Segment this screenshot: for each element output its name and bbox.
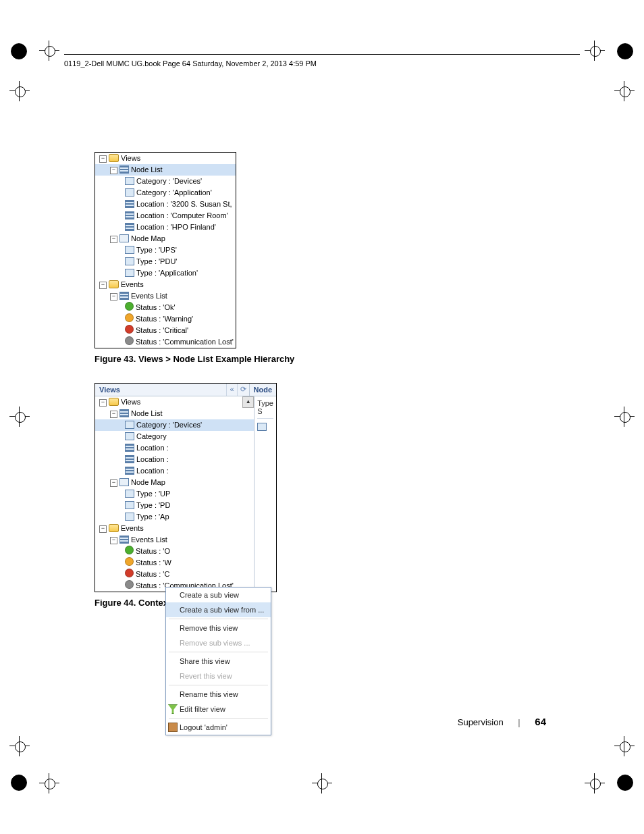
collapse-icon[interactable]: − bbox=[110, 167, 117, 174]
tree-item[interactable]: Location : bbox=[95, 442, 254, 454]
category-icon bbox=[125, 421, 134, 429]
tree-item-node-list[interactable]: −Node List bbox=[95, 408, 254, 419]
category-icon bbox=[125, 177, 134, 185]
figure-43-caption: Figure 43. Views > Node List Example Hie… bbox=[95, 354, 547, 364]
tree-item[interactable]: Location : 'HPO Finland' bbox=[95, 221, 236, 233]
collapse-icon[interactable]: − bbox=[99, 525, 107, 533]
location-icon bbox=[125, 467, 134, 475]
status-ok-icon bbox=[125, 302, 134, 311]
tree-item[interactable]: Status : 'Ok' bbox=[95, 302, 236, 313]
menu-remove-this-view[interactable]: Remove this view bbox=[166, 621, 271, 635]
tree-item[interactable]: Type : 'Ap bbox=[95, 511, 254, 523]
figure-44-caption: Figure 44. Contextual Sub-view Menu bbox=[95, 598, 547, 608]
context-menu: Create a sub view Create a sub view from… bbox=[165, 587, 271, 735]
tree-item[interactable]: Type : 'UP bbox=[95, 488, 254, 500]
column-header-type: Type S bbox=[257, 399, 273, 419]
tree-item-events[interactable]: −Events bbox=[95, 523, 254, 534]
status-warning-icon bbox=[125, 557, 134, 566]
registration-target bbox=[614, 81, 635, 101]
header-rule bbox=[64, 54, 580, 55]
folder-icon bbox=[109, 524, 119, 532]
footer-section: Supervision bbox=[458, 717, 504, 727]
list-icon bbox=[119, 165, 129, 174]
list-icon bbox=[119, 409, 129, 417]
menu-separator bbox=[169, 685, 268, 685]
folder-icon bbox=[109, 398, 119, 406]
category-icon bbox=[125, 188, 134, 197]
tree-item[interactable]: Status : 'O bbox=[95, 546, 254, 557]
figure-44-screenshot: Views « ⟳ Node ▲ −Views −Node List Categ… bbox=[95, 383, 277, 592]
collapse-icon[interactable]: − bbox=[99, 155, 107, 163]
list-icon bbox=[119, 536, 129, 544]
tree-item-views[interactable]: −Views bbox=[95, 153, 236, 164]
panel-title-node: Node bbox=[249, 384, 277, 396]
device-icon bbox=[257, 423, 267, 431]
menu-separator bbox=[169, 619, 268, 619]
panel-tool-collapse[interactable]: « bbox=[226, 384, 236, 396]
collapse-icon[interactable]: − bbox=[110, 293, 117, 301]
tree-item[interactable]: Type : 'Application' bbox=[95, 267, 236, 279]
collapse-icon[interactable]: − bbox=[99, 399, 107, 407]
tree-item-events[interactable]: −Events bbox=[95, 279, 236, 290]
tree-item[interactable]: Status : 'C bbox=[95, 569, 254, 580]
folder-icon bbox=[109, 280, 119, 288]
collapse-icon[interactable]: − bbox=[110, 479, 117, 487]
tree-item[interactable]: Category bbox=[95, 431, 254, 442]
status-lost-icon bbox=[125, 336, 134, 345]
menu-rename-this-view[interactable]: Rename this view bbox=[166, 687, 271, 702]
registration-circle bbox=[11, 775, 27, 791]
registration-circle bbox=[11, 43, 27, 59]
panel-title-views: Views bbox=[95, 384, 226, 396]
figure-43-screenshot: −Views −Node List Category : 'Devices' C… bbox=[95, 152, 236, 348]
registration-target bbox=[614, 736, 635, 756]
tree-item[interactable]: Status : 'Critical' bbox=[95, 325, 236, 336]
tree-item-node-list[interactable]: −Node List bbox=[95, 164, 236, 176]
location-icon bbox=[125, 444, 134, 452]
type-icon bbox=[125, 490, 134, 498]
tree-item[interactable]: Status : 'Communication Lost' bbox=[95, 336, 236, 348]
type-icon bbox=[125, 269, 134, 277]
collapse-icon[interactable]: − bbox=[110, 411, 117, 418]
status-ok-icon bbox=[125, 546, 134, 554]
menu-logout[interactable]: Logout 'admin' bbox=[166, 720, 271, 735]
collapse-icon[interactable]: − bbox=[110, 236, 117, 243]
funnel-icon bbox=[168, 704, 178, 714]
tree-item[interactable]: Category : 'Devices' bbox=[95, 419, 254, 431]
tree-item-events-list[interactable]: −Events List bbox=[95, 534, 254, 546]
registration-target bbox=[9, 81, 30, 101]
tree-item[interactable]: Type : 'UPS' bbox=[95, 244, 236, 256]
menu-edit-filter-view[interactable]: Edit filter view bbox=[166, 702, 271, 716]
location-icon bbox=[125, 455, 134, 463]
tree-item[interactable]: Category : 'Application' bbox=[95, 187, 236, 199]
tree-item[interactable]: Location : bbox=[95, 454, 254, 465]
tree-item-node-map[interactable]: −Node Map bbox=[95, 233, 236, 244]
registration-target bbox=[585, 41, 605, 61]
tree-item[interactable]: Type : 'PD bbox=[95, 500, 254, 511]
registration-target bbox=[39, 773, 59, 793]
tree-item[interactable]: Type : 'PDU' bbox=[95, 256, 236, 267]
tree-item-events-list[interactable]: −Events List bbox=[95, 290, 236, 302]
footer-divider: | bbox=[518, 717, 520, 727]
tree-item[interactable]: Location : '3200 S. Susan St, bbox=[95, 199, 236, 210]
collapse-icon[interactable]: − bbox=[99, 282, 107, 289]
tree-item[interactable]: Category : 'Devices' bbox=[95, 176, 236, 187]
status-critical-icon bbox=[125, 569, 134, 577]
collapse-icon[interactable]: − bbox=[110, 537, 117, 544]
book-header: 0119_2-Dell MUMC UG.book Page 64 Saturda… bbox=[64, 59, 317, 68]
menu-share-this-view[interactable]: Share this view bbox=[166, 654, 271, 669]
tree-item[interactable]: Status : 'W bbox=[95, 557, 254, 569]
panel-tool-refresh[interactable]: ⟳ bbox=[237, 384, 249, 396]
map-icon bbox=[119, 478, 129, 486]
scroll-up-button[interactable]: ▲ bbox=[242, 396, 254, 408]
tree-item[interactable]: Location : bbox=[95, 465, 254, 477]
menu-revert-this-view: Revert this view bbox=[166, 669, 271, 683]
tree-item[interactable]: Status : 'Warning' bbox=[95, 313, 236, 325]
location-icon bbox=[125, 200, 134, 208]
menu-create-sub-view[interactable]: Create a sub view bbox=[166, 588, 271, 602]
type-icon bbox=[125, 513, 134, 521]
registration-circle bbox=[617, 43, 633, 59]
tree-item[interactable]: Location : 'Computer Room' bbox=[95, 210, 236, 221]
tree-item-node-map[interactable]: −Node Map bbox=[95, 477, 254, 488]
menu-create-sub-view-from[interactable]: Create a sub view from ... bbox=[166, 602, 271, 617]
tree-item-views[interactable]: −Views bbox=[95, 396, 254, 408]
